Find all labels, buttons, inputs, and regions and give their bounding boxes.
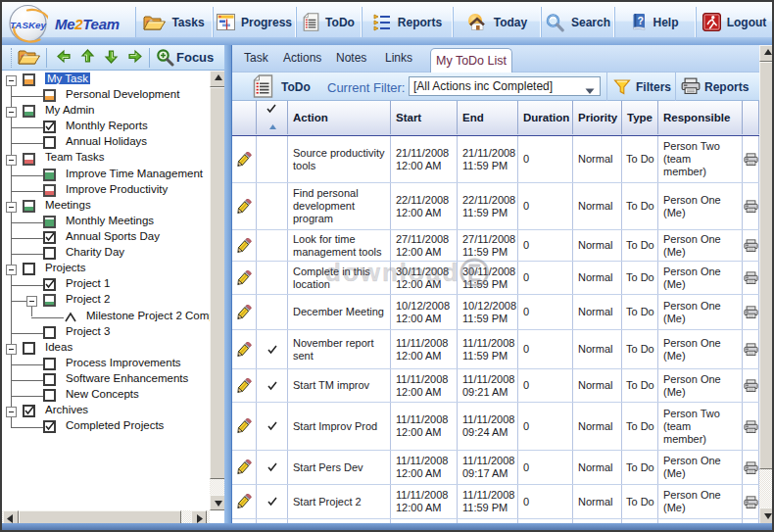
svg-text:TASKey: TASKey [10,20,46,30]
svg-text:?: ? [638,15,644,26]
